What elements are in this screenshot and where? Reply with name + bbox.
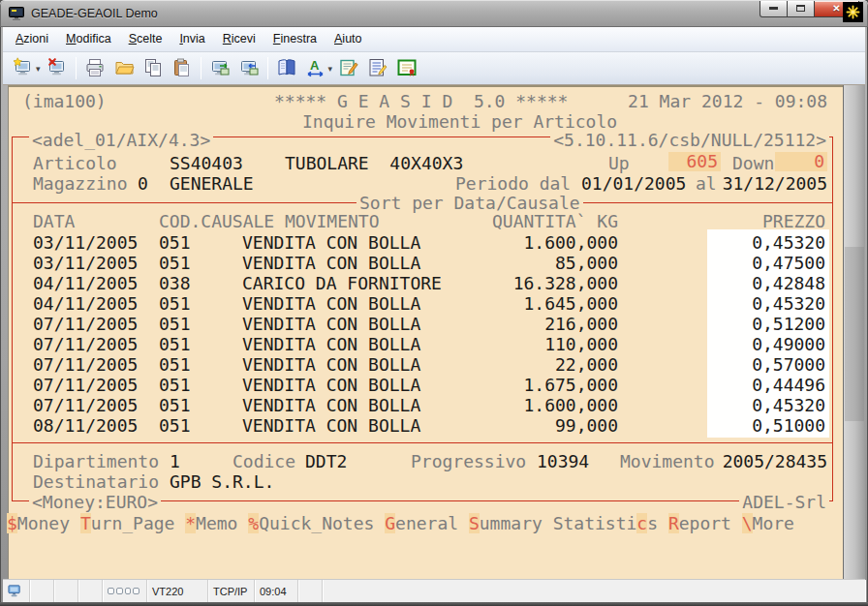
log-book-icon: [276, 57, 297, 78]
session-indicator-square: [125, 588, 132, 594]
copy-button[interactable]: [140, 55, 167, 82]
menu-item-ricevi[interactable]: Ricevi: [214, 27, 264, 51]
log-book-button[interactable]: [273, 55, 300, 82]
print-icon: [84, 57, 106, 78]
paste-button[interactable]: [169, 55, 196, 82]
maximize-button[interactable]: [788, 1, 815, 17]
print-button[interactable]: [81, 55, 108, 82]
status-cell-empty-3: [78, 580, 103, 602]
title-bar[interactable]: GEADE-GEAOIL Demo ✕: [0, 0, 868, 27]
charset-button[interactable]: A: [302, 55, 329, 82]
charset-icon: A: [305, 57, 326, 78]
toolbar-separator: [201, 57, 202, 79]
terminal-type-label: VT220: [147, 580, 208, 602]
send-file-icon: [209, 57, 231, 78]
scrollbar-thumb[interactable]: [845, 247, 864, 421]
receive-file-icon: [238, 57, 260, 78]
menu-item-scelte[interactable]: Scelte: [120, 27, 171, 51]
session-indicator-square: [133, 588, 140, 594]
status-bar: VT220 TCP/IP 09:04: [3, 579, 865, 602]
window-title: GEADE-GEAOIL Demo: [31, 0, 158, 27]
toolbar-separator: [76, 57, 77, 79]
edit-notes-button[interactable]: [335, 55, 362, 82]
minimize-button[interactable]: [760, 1, 788, 17]
status-time: 09:04: [255, 580, 298, 602]
menu-item-modifica[interactable]: Modifica: [57, 27, 120, 51]
session-indicator: [103, 580, 147, 602]
session-star-icon[interactable]: [843, 2, 863, 22]
toolbar-separator: [267, 57, 268, 79]
session-indicator-square: [108, 588, 114, 594]
new-session-dropdown-icon[interactable]: ▾: [36, 64, 41, 74]
properties-button[interactable]: [364, 55, 391, 82]
receive-file-button[interactable]: [235, 55, 263, 82]
session-indicator-square: [116, 588, 123, 594]
certificate-button[interactable]: [393, 55, 420, 82]
terminal-screen[interactable]: [8, 85, 843, 579]
status-cell-empty-1: [30, 580, 54, 602]
status-cell-spacer: [323, 580, 865, 602]
connection-status-icon: [3, 580, 30, 602]
new-session-icon: [13, 57, 34, 78]
disconnect-button[interactable]: [44, 55, 71, 82]
protocol-label: TCP/IP: [208, 580, 255, 602]
menu-item-invia[interactable]: Invia: [170, 27, 213, 51]
open-folder-button[interactable]: [110, 55, 138, 82]
menu-item-finestra[interactable]: Finestra: [264, 27, 326, 51]
send-file-button[interactable]: [206, 55, 233, 82]
app-icon: [9, 6, 24, 21]
menu-bar: AzioniModificaScelteInviaRiceviFinestraA…: [3, 27, 865, 52]
edit-notes-icon: [338, 57, 359, 78]
app-window: GEADE-GEAOIL Demo ✕ AzioniModificaScelte…: [0, 0, 868, 606]
svg-text:A: A: [310, 58, 320, 73]
open-folder-icon: [113, 57, 135, 78]
charset-dropdown-icon[interactable]: ▾: [328, 64, 333, 74]
certificate-icon: [396, 57, 418, 78]
status-cell-empty-2: [54, 580, 78, 602]
disconnect-icon: [46, 57, 68, 78]
properties-icon: [367, 57, 388, 78]
new-session-button[interactable]: [10, 55, 37, 82]
menu-item-azioni[interactable]: Azioni: [7, 27, 57, 51]
status-cell-empty-4: [298, 580, 323, 602]
menu-item-aiuto[interactable]: Aiuto: [326, 27, 371, 51]
window-bottom-edge: [0, 602, 868, 606]
toolbar: ▾A▾: [3, 52, 865, 85]
copy-icon: [142, 57, 164, 78]
paste-icon: [171, 57, 193, 78]
